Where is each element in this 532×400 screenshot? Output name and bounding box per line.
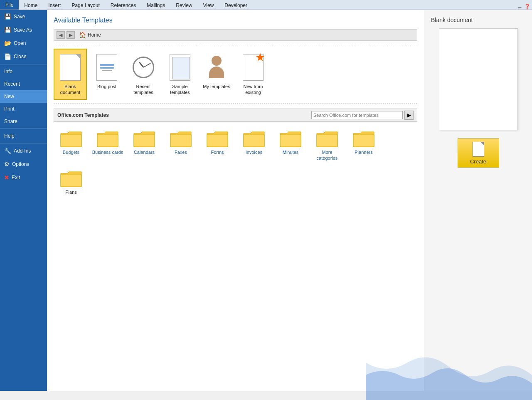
blank-doc-icon xyxy=(60,54,81,81)
sidebar-save-as-label: Save As xyxy=(14,27,32,33)
sidebar-item-help[interactable]: Help xyxy=(0,130,47,142)
folder-item-business-cards[interactable]: Business cards xyxy=(90,126,125,165)
sidebar-new-label: New xyxy=(4,94,14,99)
folder-item-plans[interactable]: Plans xyxy=(54,166,89,198)
minimize-icon[interactable]: 🗕 xyxy=(517,4,522,10)
sample-doc-icon xyxy=(170,54,190,81)
template-blog-label: Blog post xyxy=(97,84,116,89)
sidebar-item-save-as[interactable]: 💾 Save As xyxy=(0,23,47,37)
clock-hand-minute xyxy=(143,63,151,68)
sidebar-item-exit[interactable]: ✖ Exit xyxy=(0,171,47,184)
tab-insert[interactable]: Insert xyxy=(43,0,66,10)
content-area: Available Templates ◀ ▶ 🏠 Home Blank doc… xyxy=(47,10,424,391)
sidebar-add-ins-label: Add-Ins xyxy=(14,148,31,154)
folder-label-planners: Planners xyxy=(355,149,372,155)
svg-rect-4 xyxy=(207,134,228,147)
person-head xyxy=(212,56,222,66)
sidebar-item-save[interactable]: 💾 Save xyxy=(0,10,47,23)
nav-home-button[interactable]: 🏠 Home xyxy=(76,32,103,38)
sidebar-item-options[interactable]: ⚙ Options xyxy=(0,158,47,171)
tab-page-layout[interactable]: Page Layout xyxy=(66,0,105,10)
sidebar-item-print[interactable]: Print xyxy=(0,103,47,115)
template-blank-label: Blank document xyxy=(56,84,84,96)
sidebar-item-info[interactable]: Info xyxy=(0,65,47,78)
folder-label-business-cards: Business cards xyxy=(92,149,123,155)
svg-rect-8 xyxy=(353,134,374,147)
folder-item-forms[interactable]: Forms xyxy=(200,126,235,165)
sidebar-item-open[interactable]: 📂 Open xyxy=(0,37,47,50)
folder-label-faxes: Faxes xyxy=(175,149,187,155)
sidebar-item-new[interactable]: New xyxy=(0,90,47,103)
tab-view[interactable]: View xyxy=(198,0,219,10)
template-item-blank[interactable]: Blank document xyxy=(54,49,87,100)
template-item-new-existing[interactable]: New from existing xyxy=(236,49,270,100)
person-icon xyxy=(206,54,227,81)
sidebar-recent-label: Recent xyxy=(4,81,20,87)
create-button[interactable]: Create xyxy=(458,138,499,168)
svg-rect-7 xyxy=(317,134,337,147)
ribbon-tabs: File Home Insert Page Layout References … xyxy=(0,0,532,10)
blog-icon-wrapper xyxy=(94,53,119,82)
nav-bar: ◀ ▶ 🏠 Home xyxy=(54,29,417,41)
folder-item-faxes[interactable]: Faxes xyxy=(163,126,198,165)
tab-home[interactable]: Home xyxy=(19,0,43,10)
folder-icon-forms xyxy=(206,129,229,148)
template-item-my[interactable]: My templates xyxy=(200,49,233,100)
preview-document xyxy=(439,28,518,130)
folder-icon-calendars xyxy=(133,129,155,148)
person-body xyxy=(209,67,224,78)
template-new-existing-label: New from existing xyxy=(239,84,267,96)
folder-item-budgets[interactable]: Budgets xyxy=(54,126,89,165)
folder-icon-invoices xyxy=(243,129,265,148)
tab-mailings[interactable]: Mailings xyxy=(141,0,170,10)
search-input[interactable] xyxy=(311,111,403,119)
add-ins-icon: 🔧 xyxy=(4,148,11,154)
help-icon[interactable]: ❓ xyxy=(524,4,530,10)
template-recent-label: Recent templates xyxy=(129,84,158,96)
tab-developer[interactable]: Developer xyxy=(219,0,253,10)
svg-rect-6 xyxy=(280,134,301,147)
folder-icon-more-categories xyxy=(316,129,338,148)
folder-item-minutes[interactable]: Minutes xyxy=(273,126,308,165)
options-icon: ⚙ xyxy=(4,161,10,168)
preview-pane: Blank document Create xyxy=(424,10,532,391)
template-grid: Blank document Blog post xyxy=(54,45,417,104)
sidebar-item-add-ins[interactable]: 🔧 Add-Ins xyxy=(0,144,47,158)
folder-label-plans: Plans xyxy=(65,189,77,195)
folder-item-planners[interactable]: Planners xyxy=(346,126,381,165)
tab-references[interactable]: References xyxy=(105,0,141,10)
sidebar: 💾 Save 💾 Save As 📂 Open 📄 Close Info Rec… xyxy=(0,10,47,391)
nav-back-button[interactable]: ◀ xyxy=(57,31,65,39)
folder-label-budgets: Budgets xyxy=(63,149,79,155)
new-existing-doc-icon xyxy=(243,54,264,81)
save-icon: 💾 xyxy=(4,13,11,20)
template-item-recent[interactable]: Recent templates xyxy=(127,49,160,100)
search-button[interactable]: ▶ xyxy=(404,111,414,120)
nav-forward-button[interactable]: ▶ xyxy=(66,31,75,39)
folder-item-calendars[interactable]: Calendars xyxy=(127,126,162,165)
office-section-header: Office.com Templates ▶ xyxy=(54,109,417,122)
office-section-title: Office.com Templates xyxy=(57,112,308,118)
blog-line-2 xyxy=(100,67,114,69)
sidebar-divider-2 xyxy=(0,128,47,129)
folder-icon-budgets xyxy=(60,129,82,148)
new-existing-icon-wrapper xyxy=(241,53,266,82)
sidebar-item-close[interactable]: 📄 Close xyxy=(0,50,47,63)
tab-file[interactable]: File xyxy=(0,0,19,10)
sidebar-item-recent[interactable]: Recent xyxy=(0,78,47,90)
template-item-blog[interactable]: Blog post xyxy=(90,49,123,100)
template-item-sample[interactable]: Sample templates xyxy=(163,49,197,100)
home-icon: 🏠 xyxy=(79,32,86,38)
ribbon-icons: 🗕 ❓ xyxy=(517,4,532,10)
folder-item-more-categories[interactable]: More categories xyxy=(310,126,345,165)
sidebar-item-share[interactable]: Share xyxy=(0,115,47,128)
tab-review[interactable]: Review xyxy=(170,0,197,10)
sidebar-divider-3 xyxy=(0,143,47,143)
blank-doc-icon-wrapper xyxy=(58,53,83,82)
sidebar-close-label: Close xyxy=(14,54,27,59)
folder-item-invoices[interactable]: Invoices xyxy=(236,126,271,165)
create-doc-icon xyxy=(473,142,484,157)
sidebar-help-label: Help xyxy=(4,133,15,139)
sidebar-info-label: Info xyxy=(4,69,12,74)
sidebar-options-label: Options xyxy=(12,161,29,167)
